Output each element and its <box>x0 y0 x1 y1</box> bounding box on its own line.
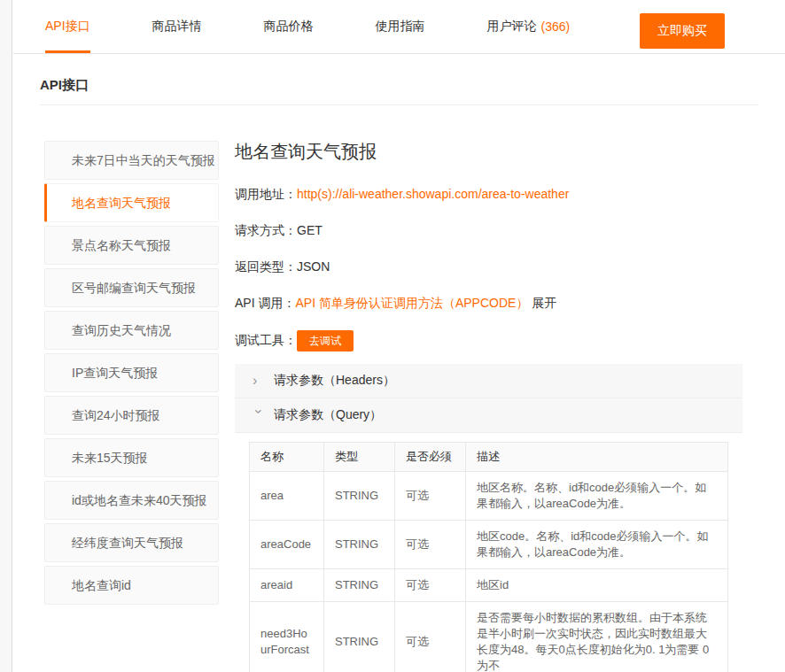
sidebar-item[interactable]: 查询历史天气情况 <box>44 311 219 350</box>
section-title: API接口 <box>40 77 758 105</box>
param-type-cell: STRING <box>324 521 395 569</box>
param-desc-cell: 地区id <box>466 569 728 602</box>
api-sidebar: 未来7日中当天的天气预报地名查询天气预报景点名称天气预报区号邮编查询天气预报查询… <box>44 141 219 608</box>
table-header-row: 名称类型是否必须描述 <box>250 443 728 472</box>
tab-商品价格[interactable]: 商品价格 <box>264 0 314 53</box>
chevron-right-icon: › <box>253 374 265 388</box>
tab-label: 商品价格 <box>264 19 314 35</box>
param-required-cell: 可选 <box>395 602 466 672</box>
param-type-cell: STRING <box>324 472 395 521</box>
tab-label: 使用指南 <box>376 19 425 35</box>
tab-review-count: (366) <box>541 19 571 34</box>
tab-用户评论[interactable]: 用户评论(366) <box>487 0 571 53</box>
endpoint-link[interactable]: http(s)://ali-weather.showapi.com/area-t… <box>297 187 569 201</box>
info-label: 调用地址： <box>235 187 297 201</box>
sidebar-item[interactable]: 地名查询id <box>44 566 219 605</box>
param-name-cell: areaCode <box>250 521 324 569</box>
param-desc-cell: 地区名称。名称、id和code必须输入一个。如果都输入，以areaCode为准。 <box>466 472 728 521</box>
table-row: need3HourForcastSTRING可选是否需要每小时数据的累积数组。由… <box>250 602 728 672</box>
info-line: 调用地址：http(s)://ali-weather.showapi.com/a… <box>235 185 742 203</box>
accordion-label: 请求参数（Headers） <box>274 373 395 389</box>
params-accordion: ›请求参数（Headers）›请求参数（Query）名称类型是否必须描述area… <box>235 364 742 672</box>
column-header: 类型 <box>324 443 395 472</box>
param-type-cell: STRING <box>324 602 395 672</box>
debug-button[interactable]: 去调试 <box>297 330 354 351</box>
param-required-cell: 可选 <box>395 472 466 521</box>
info-label: 调试工具： <box>235 333 297 347</box>
sidebar-item[interactable]: 未来15天预报 <box>44 438 219 477</box>
sidebar-item[interactable]: 经纬度查询天气预报 <box>44 523 219 562</box>
content-wrapper: API接口商品详情商品价格使用指南用户评论(366) 立即购买 API接口 未来… <box>13 0 785 672</box>
info-line: API 调用：API 简单身份认证调用方法（APPCODE）展开 <box>235 294 742 312</box>
api-title: 地名查询天气预报 <box>235 141 742 162</box>
expand-toggle[interactable]: 展开 <box>532 296 556 310</box>
chevron-down-icon: › <box>252 409 266 421</box>
info-label: API 调用： <box>235 296 295 310</box>
accordion-body: 名称类型是否必须描述areaSTRING可选地区名称。名称、id和code必须输… <box>235 433 742 672</box>
param-name-cell: need3HourForcast <box>250 602 324 672</box>
api-detail-panel: 地名查询天气预报 调用地址：http(s)://ali-weather.show… <box>235 141 742 672</box>
tab-label: 用户评论 <box>487 19 537 35</box>
tab-商品详情[interactable]: 商品详情 <box>152 0 202 53</box>
api-info-list: 调用地址：http(s)://ali-weather.showapi.com/a… <box>235 185 742 351</box>
params-table: 名称类型是否必须描述areaSTRING可选地区名称。名称、id和code必须输… <box>249 442 728 672</box>
param-desc-cell: 地区code。名称、id和code必须输入一个。如果都输入，以areaCode为… <box>466 521 728 569</box>
info-value: JSON <box>297 259 330 274</box>
info-label: 请求方式： <box>235 223 297 237</box>
sidebar-item[interactable]: IP查询天气预报 <box>44 353 219 392</box>
sidebar-item[interactable]: 地名查询天气预报 <box>44 183 219 222</box>
param-name-cell: areaid <box>250 569 324 602</box>
info-line: 调试工具：去调试 <box>235 330 742 351</box>
appcode-doc-link[interactable]: API 简单身份认证调用方法（APPCODE） <box>295 296 528 310</box>
buy-now-button[interactable]: 立即购买 <box>640 13 725 49</box>
param-desc-cell: 是否需要每小时数据的累积数组。由于本系统是半小时刷一次实时状态，因此实时数组最大… <box>466 602 728 672</box>
column-header: 名称 <box>250 443 324 472</box>
accordion-header[interactable]: ›请求参数（Query） <box>235 398 742 433</box>
param-required-cell: 可选 <box>395 521 466 569</box>
param-type-cell: STRING <box>324 569 395 602</box>
accordion-header[interactable]: ›请求参数（Headers） <box>235 364 742 398</box>
tab-API接口[interactable]: API接口 <box>45 0 90 53</box>
sidebar-item[interactable]: 查询24小时预报 <box>44 396 219 435</box>
tab-使用指南[interactable]: 使用指南 <box>376 0 425 53</box>
sidebar-item[interactable]: 景点名称天气预报 <box>44 226 219 265</box>
param-required-cell: 可选 <box>395 569 466 602</box>
table-row: areaSTRING可选地区名称。名称、id和code必须输入一个。如果都输入，… <box>250 472 728 521</box>
info-value: GET <box>297 223 323 237</box>
info-line: 返回类型：JSON <box>235 258 742 275</box>
content-columns: 未来7日中当天的天气预报地名查询天气预报景点名称天气预报区号邮编查询天气预报查询… <box>44 141 742 672</box>
info-label: 返回类型： <box>235 259 297 274</box>
tab-label: 商品详情 <box>152 19 202 35</box>
sidebar-item[interactable]: 区号邮编查询天气预报 <box>44 268 219 307</box>
column-header: 描述 <box>466 443 728 472</box>
table-row: areaCodeSTRING可选地区code。名称、id和code必须输入一个。… <box>250 521 728 569</box>
sidebar-item[interactable]: id或地名查未来40天预报 <box>44 481 219 520</box>
tab-label: API接口 <box>45 19 90 35</box>
sidebar-item[interactable]: 未来7日中当天的天气预报 <box>44 141 219 180</box>
top-tab-bar: API接口商品详情商品价格使用指南用户评论(366) 立即购买 <box>13 0 785 54</box>
product-api-page: API接口商品详情商品价格使用指南用户评论(366) 立即购买 API接口 未来… <box>0 0 785 672</box>
info-line: 请求方式：GET <box>235 221 742 239</box>
accordion-label: 请求参数（Query） <box>274 407 382 423</box>
table-row: areaidSTRING可选地区id <box>250 569 728 602</box>
tab-list: API接口商品详情商品价格使用指南用户评论(366) <box>45 0 632 53</box>
column-header: 是否必须 <box>395 443 466 472</box>
page-left-gutter <box>0 0 12 672</box>
param-name-cell: area <box>250 472 324 521</box>
